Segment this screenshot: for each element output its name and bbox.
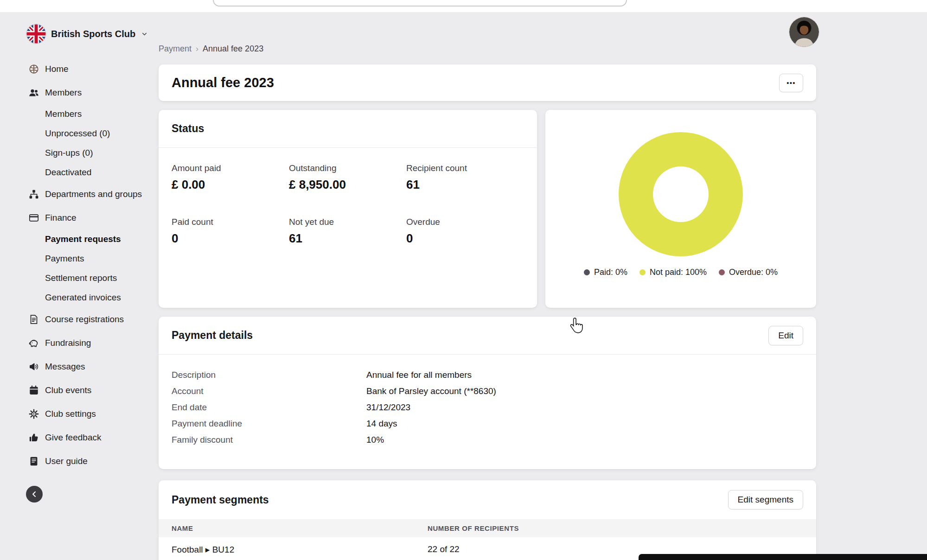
sidebar-item-club-settings[interactable]: Club settings — [28, 402, 159, 426]
breadcrumb-payment-link[interactable]: Payment — [159, 44, 192, 54]
donut-hole — [653, 166, 709, 222]
sidebar-item-label: Payments — [45, 254, 84, 264]
detail-row-account: Account Bank of Parsley account (**8630) — [172, 383, 803, 399]
union-jack-flag-icon — [26, 24, 46, 44]
legend-label: Paid: 0% — [594, 267, 627, 277]
stat-not-yet-due: Not yet due 61 — [289, 217, 406, 246]
sidebar-item-label: Home — [45, 64, 69, 74]
sidebar-item-deactivated[interactable]: Deactivated — [28, 163, 159, 182]
sidebar-item-label: Fundraising — [45, 338, 91, 348]
collapse-sidebar-button[interactable] — [26, 486, 43, 503]
edit-segments-button[interactable]: Edit segments — [728, 490, 803, 509]
breadcrumb-current: Annual fee 2023 — [203, 44, 263, 54]
sidebar-item-label: Club settings — [45, 409, 96, 419]
breadcrumb: Payment › Annual fee 2023 — [159, 44, 816, 54]
sidebar-item-payments[interactable]: Payments — [28, 249, 159, 268]
legend-item-paid: Paid: 0% — [584, 267, 627, 277]
sidebar-item-finance[interactable]: Finance — [28, 206, 159, 229]
sidebar-item-label: Give feedback — [45, 433, 101, 443]
sidebar-item-departments-and-groups[interactable]: Departments and groups — [28, 182, 159, 206]
sidebar-item-label: Generated invoices — [45, 293, 121, 303]
sidebar-item-payment-requests[interactable]: Payment requests — [28, 229, 159, 249]
segment-recipients: 22 of 22 — [428, 544, 803, 554]
legend-item-overdue: Overdue: 0% — [719, 267, 778, 277]
sidebar-item-generated-invoices[interactable]: Generated invoices — [28, 288, 159, 307]
sidebar-item-label: Sign-ups (0) — [45, 148, 93, 158]
detail-row-end-date: End date 31/12/2023 — [172, 399, 803, 415]
sidebar-item-settlement-reports[interactable]: Settlement reports — [28, 268, 159, 288]
sidebar-item-label: Messages — [45, 362, 85, 372]
sidebar-item-fundraising[interactable]: Fundraising — [28, 331, 159, 355]
sidebar-item-label: Finance — [45, 213, 77, 223]
sidebar-item-club-events[interactable]: Club events — [28, 378, 159, 402]
sidebar-item-label: Settlement reports — [45, 273, 117, 283]
stat-recipient-count: Recipient count 61 — [406, 163, 524, 192]
chart-legend: Paid: 0% Not paid: 100% Overdue: 0% — [584, 267, 778, 277]
payment-details-rows: Description Annual fee for all members A… — [159, 355, 816, 448]
detail-row-description: Description Annual fee for all members — [172, 367, 803, 383]
sidebar-item-give-feedback[interactable]: Give feedback — [28, 426, 159, 449]
sidebar-item-label: Club events — [45, 385, 91, 395]
status-card: Status Amount paid £ 0.00 Outstanding £ … — [159, 110, 537, 308]
gear-icon — [28, 408, 39, 420]
user-avatar[interactable] — [789, 17, 819, 47]
legend-dot — [584, 269, 590, 275]
sidebar-item-label: Departments and groups — [45, 189, 142, 199]
legend-label: Not paid: 100% — [650, 267, 707, 277]
sidebar-item-sign-ups[interactable]: Sign-ups (0) — [28, 143, 159, 163]
sidebar-item-members[interactable]: Members — [28, 104, 159, 124]
club-name: British Sports Club — [51, 29, 135, 39]
segment-name: Football ▸ BU12 — [172, 544, 428, 555]
bottom-overlay-bar — [639, 554, 927, 560]
stat-paid-count: Paid count 0 — [172, 217, 289, 246]
column-header-name: NAME — [172, 524, 428, 532]
sidebar-item-label: Course registrations — [45, 314, 124, 325]
ball-icon — [28, 64, 39, 75]
sidebar-item-unprocessed[interactable]: Unprocessed (0) — [28, 124, 159, 143]
sidebar-item-home[interactable]: Home — [28, 57, 159, 81]
club-switcher[interactable]: British Sports Club — [0, 12, 159, 44]
legend-item-not-paid: Not paid: 100% — [639, 267, 707, 277]
sidebar-item-messages[interactable]: Messages — [28, 355, 159, 378]
edit-payment-details-button[interactable]: Edit — [768, 326, 803, 345]
main-content: Payment › Annual fee 2023 Annual fee 202… — [159, 12, 816, 560]
sidebar-item-label: User guide — [45, 456, 88, 466]
payment-details-title: Payment details — [172, 329, 253, 342]
sidebar-item-user-guide[interactable]: User guide — [28, 449, 159, 473]
column-header-recipients: NUMBER OF RECIPIENTS — [428, 524, 803, 532]
legend-dot — [719, 269, 725, 275]
sidebar-item-label: Members — [45, 88, 82, 98]
chevron-left-icon — [31, 490, 38, 498]
browser-chrome-strip — [0, 0, 927, 12]
legend-dot — [639, 269, 646, 275]
sidebar-item-label: Unprocessed (0) — [45, 128, 110, 139]
browser-address-bar[interactable] — [213, 0, 627, 6]
sidebar-item-members-group[interactable]: Members — [28, 81, 159, 104]
members-icon — [28, 87, 39, 98]
status-title: Status — [172, 122, 204, 135]
sidebar-nav: Home Members Members Unprocessed (0) — [0, 57, 159, 473]
stat-outstanding: Outstanding £ 8,950.00 — [289, 163, 406, 192]
org-chart-icon — [28, 189, 39, 200]
chevron-down-icon — [141, 31, 148, 38]
payment-status-chart-card: Paid: 0% Not paid: 100% Overdue: 0% — [545, 110, 816, 308]
more-options-button[interactable]: ⋯ — [779, 74, 803, 92]
segments-table-header: NAME NUMBER OF RECIPIENTS — [159, 519, 816, 537]
stat-overdue: Overdue 0 — [406, 217, 524, 246]
sidebar-item-label: Deactivated — [45, 167, 91, 178]
document-pencil-icon — [28, 314, 39, 325]
calendar-icon — [28, 385, 39, 396]
stat-amount-paid: Amount paid £ 0.00 — [172, 163, 289, 192]
book-icon — [28, 456, 39, 467]
breadcrumb-separator: › — [196, 44, 198, 54]
sidebar-item-course-registrations[interactable]: Course registrations — [28, 307, 159, 331]
sidebar-item-label: Members — [45, 109, 82, 119]
app-background: British Sports Club Home — [0, 12, 927, 560]
megaphone-icon — [28, 361, 39, 372]
page-header-card: Annual fee 2023 ⋯ — [159, 64, 816, 101]
sidebar: British Sports Club Home — [0, 12, 159, 560]
detail-row-family-discount: Family discount 10% — [172, 432, 803, 448]
thumbs-up-icon — [28, 432, 39, 443]
payment-details-card: Payment details Edit Description Annual … — [159, 317, 816, 469]
credit-card-icon — [28, 212, 39, 223]
